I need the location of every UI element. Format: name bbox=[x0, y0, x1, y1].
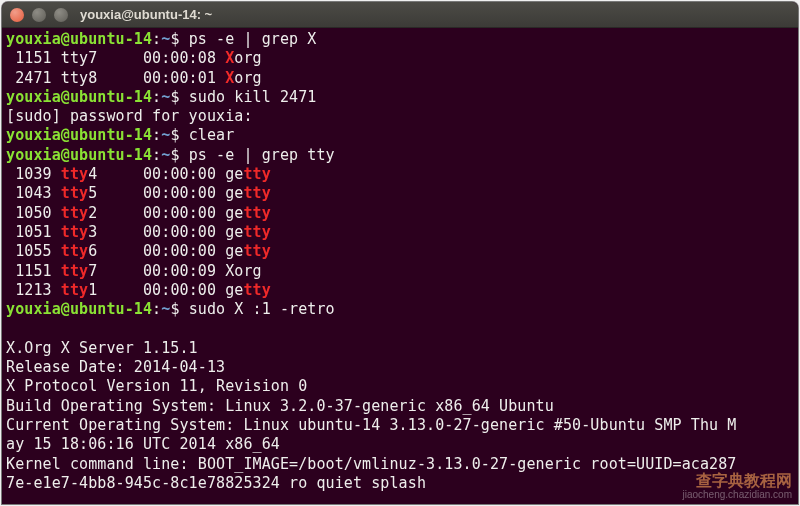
maximize-icon[interactable] bbox=[54, 8, 68, 22]
terminal-window: youxia@ubuntu-14: ~ youxia@ubuntu-14:~$ … bbox=[2, 2, 798, 504]
window-title: youxia@ubuntu-14: ~ bbox=[80, 7, 212, 22]
watermark-url: jiaocheng.chazidian.com bbox=[682, 489, 792, 500]
minimize-icon[interactable] bbox=[32, 8, 46, 22]
close-icon[interactable] bbox=[10, 8, 24, 22]
terminal-output[interactable]: youxia@ubuntu-14:~$ ps -e | grep X 1151 … bbox=[2, 28, 798, 495]
window-controls bbox=[10, 8, 68, 22]
titlebar[interactable]: youxia@ubuntu-14: ~ bbox=[2, 2, 798, 28]
